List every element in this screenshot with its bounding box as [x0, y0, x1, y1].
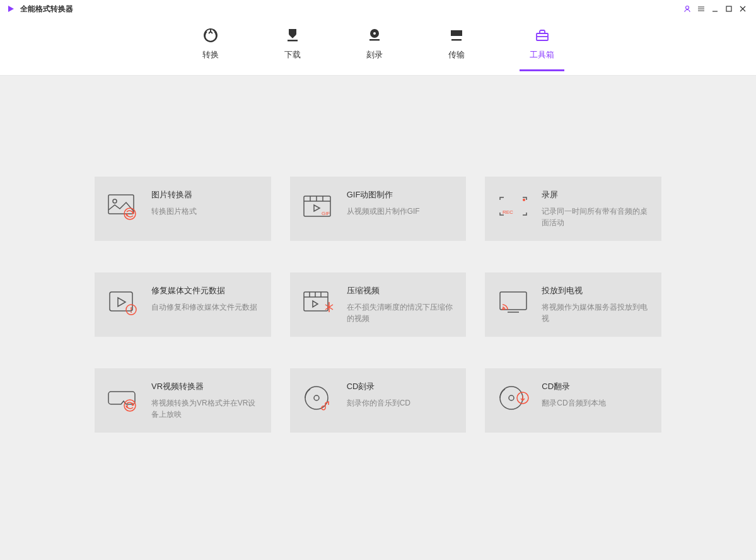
gif-maker-icon: GIF — [301, 189, 335, 223]
account-icon[interactable] — [680, 2, 694, 16]
svg-point-19 — [113, 199, 117, 203]
app-logo-icon — [6, 4, 15, 13]
transfer-icon — [448, 26, 465, 44]
tool-desc: 记录同一时间所有带有音频的桌面活动 — [542, 206, 650, 228]
tab-burn[interactable]: 刻录 — [356, 21, 393, 71]
vr-converter-icon — [106, 381, 140, 415]
svg-text:REC: REC — [503, 209, 513, 215]
menu-icon[interactable] — [694, 2, 708, 16]
svg-rect-9 — [289, 29, 296, 34]
maximize-button[interactable] — [722, 2, 736, 16]
tool-title: 修复媒体文件元数据 — [151, 285, 260, 296]
svg-point-41 — [503, 308, 504, 310]
svg-text:GIF: GIF — [322, 211, 330, 216]
svg-point-0 — [686, 6, 689, 9]
tool-cd-burn[interactable]: CD刻录 刻录你的音乐到CD — [290, 368, 467, 433]
tool-title: 录屏 — [542, 189, 650, 201]
tool-title: CD翻录 — [542, 381, 650, 392]
tab-label: 工具箱 — [530, 49, 554, 61]
svg-rect-29 — [110, 292, 132, 311]
tab-download[interactable]: 下载 — [274, 21, 311, 71]
svg-point-42 — [124, 400, 136, 411]
svg-point-46 — [509, 395, 514, 400]
tool-desc: 将视频转换为VR格式并在VR设备上放映 — [151, 397, 260, 420]
minimize-button[interactable] — [708, 2, 722, 16]
svg-rect-5 — [726, 6, 731, 11]
tool-title: 投放到电视 — [542, 285, 650, 296]
screen-record-icon: REC — [496, 189, 530, 223]
tool-desc: 翻录CD音频到本地 — [542, 397, 650, 409]
svg-point-32 — [131, 312, 132, 313]
tool-title: GIF动图制作 — [347, 189, 455, 201]
tab-transfer[interactable]: 传输 — [438, 21, 475, 71]
tool-compress-video[interactable]: 压缩视频 在不损失清晰度的情况下压缩你的视频 — [290, 272, 467, 337]
tool-fix-metadata[interactable]: 修复媒体文件元数据 自动修复和修改媒体文件元数据 — [95, 272, 271, 337]
tool-grid: 图片转换器 转换图片格式 GIF GIF动图制作 从视频或图片制作GIF REC… — [95, 177, 661, 433]
svg-point-27 — [523, 199, 525, 201]
main-tabs: 转换 下载 刻录 传输 工具箱 — [0, 18, 756, 76]
titlebar: 全能格式转换器 — [0, 0, 756, 18]
close-button[interactable] — [736, 2, 750, 16]
download-icon — [284, 26, 301, 44]
convert-icon — [202, 26, 219, 44]
cd-rip-icon — [496, 381, 530, 415]
tool-desc: 自动修复和修改媒体文件元数据 — [151, 301, 260, 313]
tool-gif-maker[interactable]: GIF GIF动图制作 从视频或图片制作GIF — [290, 177, 467, 241]
tool-desc: 在不损失清晰度的情况下压缩你的视频 — [347, 301, 455, 324]
tool-screen-record[interactable]: REC 录屏 记录同一时间所有带有音频的桌面活动 — [485, 177, 661, 241]
image-converter-icon — [106, 189, 140, 223]
svg-rect-39 — [500, 292, 526, 310]
tab-toolbox[interactable]: 工具箱 — [520, 21, 564, 71]
toolbox-content: 图片转换器 转换图片格式 GIF GIF动图制作 从视频或图片制作GIF REC… — [0, 76, 756, 560]
burn-icon — [366, 26, 383, 44]
tool-image-converter[interactable]: 图片转换器 转换图片格式 — [95, 177, 271, 241]
svg-rect-15 — [451, 39, 462, 41]
svg-rect-10 — [288, 40, 298, 42]
tool-title: VR视频转换器 — [151, 381, 260, 392]
svg-point-12 — [373, 32, 376, 35]
cd-burn-icon — [301, 381, 335, 415]
app-title: 全能格式转换器 — [20, 4, 73, 15]
tool-cd-rip[interactable]: CD翻录 翻录CD音频到本地 — [485, 368, 661, 433]
compress-icon — [301, 285, 335, 319]
tool-cast-tv[interactable]: 投放到电视 将视频作为媒体服务器投放到电视 — [485, 272, 661, 337]
svg-rect-13 — [369, 39, 380, 41]
tool-desc: 将视频作为媒体服务器投放到电视 — [542, 301, 650, 324]
tab-label: 转换 — [202, 49, 219, 61]
cast-tv-icon — [496, 285, 530, 319]
tool-desc: 刻录你的音乐到CD — [347, 397, 455, 409]
tool-title: 压缩视频 — [347, 285, 455, 296]
tool-desc: 从视频或图片制作GIF — [347, 206, 455, 217]
svg-point-44 — [314, 395, 319, 400]
toolbox-icon — [533, 26, 551, 44]
tool-desc: 转换图片格式 — [151, 206, 260, 217]
tool-title: CD刻录 — [347, 381, 455, 392]
tool-title: 图片转换器 — [151, 189, 260, 201]
tab-label: 刻录 — [366, 49, 383, 61]
tool-vr-converter[interactable]: VR视频转换器 将视频转换为VR格式并在VR设备上放映 — [95, 368, 271, 433]
fix-metadata-icon — [106, 285, 140, 319]
svg-rect-33 — [304, 292, 328, 311]
tab-convert[interactable]: 转换 — [192, 21, 230, 71]
tab-label: 下载 — [284, 49, 301, 61]
tab-label: 传输 — [448, 49, 465, 61]
